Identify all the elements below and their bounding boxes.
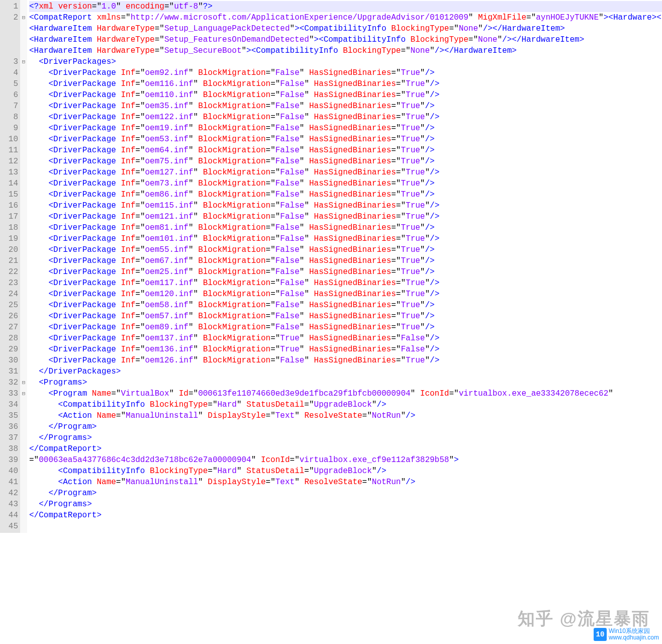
code-line[interactable]: <DriverPackage Inf="oem101.inf" BlockMig… [29,233,662,244]
line-number: 27 [0,322,18,333]
code-line[interactable]: <DriverPackage Inf="oem64.inf" BlockMigr… [29,145,662,156]
code-line[interactable]: <DriverPackage Inf="oem35.inf" BlockMigr… [29,101,662,112]
fold-toggle [20,78,27,89]
code-line[interactable]: <DriverPackage Inf="oem115.inf" BlockMig… [29,200,662,211]
code-line[interactable]: <DriverPackage Inf="oem25.inf" BlockMigr… [29,266,662,278]
fold-toggle [20,45,27,56]
code-line[interactable]: <DriverPackage Inf="oem127.inf" BlockMig… [29,167,662,178]
line-number: 14 [0,178,18,189]
fold-toggle[interactable]: ⊟ [20,377,27,388]
code-line[interactable]: <HardwareItem HardwareType="Setup_Langua… [29,23,662,34]
fold-toggle [20,67,27,78]
code-line[interactable]: <DriverPackage Inf="oem57.inf" BlockMigr… [29,311,662,322]
fold-toggle [20,233,27,244]
line-number: 41 [0,477,18,488]
code-line[interactable]: ="00063ea5a4377686c4c3dd2d3e718bc62e7a00… [29,454,662,466]
fold-toggle [20,499,27,510]
line-number: 28 [0,333,18,344]
code-line[interactable]: </Program> [29,421,662,432]
fold-toggle [20,477,27,488]
fold-toggle [20,355,27,366]
code-line[interactable]: <Program Name="VirtualBox" Id="000613fe1… [29,388,662,399]
fold-toggle [20,101,27,112]
code-line[interactable]: <DriverPackage Inf="oem122.inf" BlockMig… [29,112,662,123]
line-number: 45 [0,521,18,532]
code-line[interactable]: <CompatReport xmlns="http://www.microsof… [29,12,662,23]
code-line[interactable]: <CompatibilityInfo BlockingType="Hard" S… [29,466,662,477]
code-area[interactable]: <?xml version="1.0" encoding="utf-8"?><C… [27,0,662,533]
code-line[interactable]: <DriverPackages> [29,56,662,67]
code-line[interactable]: <DriverPackage Inf="oem121.inf" BlockMig… [29,211,662,222]
code-line[interactable]: </DriverPackages> [29,366,662,377]
code-line[interactable]: <DriverPackage Inf="oem55.inf" BlockMigr… [29,244,662,255]
fold-toggle[interactable]: ⊟ [20,56,27,67]
code-line[interactable]: <DriverPackage Inf="oem19.inf" BlockMigr… [29,123,662,134]
fold-toggle [20,344,27,355]
line-number: 22 [0,266,18,278]
fold-toggle [20,255,27,266]
code-line[interactable]: <DriverPackage Inf="oem58.inf" BlockMigr… [29,300,662,311]
line-number: 32 [0,377,18,388]
fold-toggle [20,211,27,222]
line-number-gutter: 1234567891011121314151617181920212223242… [0,0,20,533]
line-number: 19 [0,233,18,244]
line-number: 39 [0,454,18,466]
fold-toggle [20,89,27,101]
code-line[interactable]: <DriverPackage Inf="oem75.inf" BlockMigr… [29,156,662,167]
code-line[interactable]: <Programs> [29,377,662,388]
code-line[interactable]: <CompatibilityInfo BlockingType="Hard" S… [29,399,662,410]
line-number [0,45,18,56]
fold-toggle [20,421,27,432]
code-line[interactable]: </CompatReport> [29,443,662,454]
fold-toggle [20,200,27,211]
code-line[interactable]: <DriverPackage Inf="oem81.inf" BlockMigr… [29,222,662,233]
fold-toggle [20,322,27,333]
code-line[interactable]: <HardwareItem HardwareType="Setup_Secure… [29,45,662,56]
fold-toggle [20,123,27,134]
fold-toggle[interactable]: ⊟ [20,12,27,23]
line-number: 13 [0,167,18,178]
code-line[interactable]: <DriverPackage Inf="oem67.inf" BlockMigr… [29,255,662,266]
code-line[interactable]: <DriverPackage Inf="oem86.inf" BlockMigr… [29,189,662,200]
code-line[interactable]: <Action Name="ManualUninstall" DisplaySt… [29,410,662,421]
fold-toggle [20,300,27,311]
code-line[interactable]: <?xml version="1.0" encoding="utf-8"?> [29,1,662,12]
line-number: 24 [0,289,18,300]
line-number: 34 [0,399,18,410]
line-number: 33 [0,388,18,399]
code-line[interactable] [29,521,662,532]
fold-toggle [20,134,27,145]
line-number: 4 [0,67,18,78]
code-line[interactable]: <Action Name="ManualUninstall" DisplaySt… [29,477,662,488]
line-number [0,23,18,34]
line-number: 30 [0,355,18,366]
line-number: 11 [0,145,18,156]
fold-toggle [20,333,27,344]
code-line[interactable]: </Programs> [29,499,662,510]
fold-toggle [20,278,27,289]
code-line[interactable]: <DriverPackage Inf="oem126.inf" BlockMig… [29,355,662,366]
fold-gutter[interactable]: ⊟⊟⊟⊟ [20,0,27,533]
fold-toggle [20,454,27,466]
code-line[interactable]: <DriverPackage Inf="oem117.inf" BlockMig… [29,278,662,289]
fold-toggle[interactable]: ⊟ [20,388,27,399]
line-number: 38 [0,443,18,454]
line-number: 42 [0,488,18,499]
code-line[interactable]: <DriverPackage Inf="oem92.inf" BlockMigr… [29,67,662,78]
fold-toggle [20,222,27,233]
fold-toggle [20,311,27,322]
code-line[interactable]: <DriverPackage Inf="oem53.inf" BlockMigr… [29,134,662,145]
code-line[interactable]: </Program> [29,488,662,499]
code-line[interactable]: <DriverPackage Inf="oem120.inf" BlockMig… [29,289,662,300]
code-line[interactable]: </Programs> [29,432,662,443]
code-line[interactable]: <DriverPackage Inf="oem73.inf" BlockMigr… [29,178,662,189]
code-line[interactable]: </CompatReport> [29,510,662,521]
code-line[interactable]: <DriverPackage Inf="oem137.inf" BlockMig… [29,333,662,344]
code-line[interactable]: <HardwareItem HardwareType="Setup_Featur… [29,34,662,45]
line-number: 44 [0,510,18,521]
code-line[interactable]: <DriverPackage Inf="oem116.inf" BlockMig… [29,78,662,89]
code-line[interactable]: <DriverPackage Inf="oem110.inf" BlockMig… [29,89,662,101]
fold-toggle [20,366,27,377]
code-line[interactable]: <DriverPackage Inf="oem136.inf" BlockMig… [29,344,662,355]
code-line[interactable]: <DriverPackage Inf="oem89.inf" BlockMigr… [29,322,662,333]
